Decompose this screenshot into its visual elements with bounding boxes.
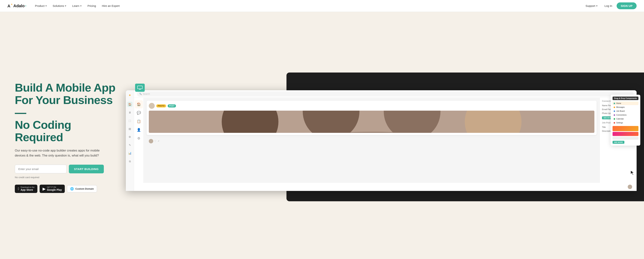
nav-item-product[interactable]: Product [32,3,50,9]
meeting-svg [149,111,594,133]
nav-link-solutions[interactable]: Solutions [50,3,69,9]
adalo-star-icon: ✦ [128,93,131,97]
nav-solutions-label: Solutions [53,4,64,8]
dnd-label-calendar: Calendar [616,118,624,120]
mockup-container: ✦ 🏠 🖥 ⬚ ▤ ⚙ ✎ 📊 ⧉ 🔍 Searc [126,84,636,191]
dnd-orange-bar [612,126,638,131]
nav-link-hire[interactable]: Hire an Expert [100,3,122,9]
dnd-item-connections[interactable]: Connections [612,113,638,117]
sidebar-edit-icon[interactable]: ✎ [127,142,132,148]
cursor-svg [630,170,635,176]
dnd-dot-jobboard [614,110,615,112]
sidebar-component-icon[interactable]: ⬚ [127,118,132,123]
svg-point-5 [222,111,278,133]
app-screen: PHOTO POST [146,101,597,135]
sidebar-screen-icon[interactable]: 🖥 [127,110,132,115]
svg-text:A: A [8,4,10,8]
google-play-sub: GET IT ON [47,186,62,188]
dnd-see-more[interactable]: SEE MORE [612,141,624,144]
app-nav-settings2[interactable]: ⚙ [135,134,143,142]
custom-domain-badge[interactable]: 🌐 Custom Domain [67,185,97,192]
cta-label: START BUILDING [74,168,99,170]
hero-title-line3: No Coding Required [15,118,71,144]
nav-right: Support Log In SIGN UP [583,2,636,9]
nav-pricing-label: Pricing [88,4,96,8]
nav-hire-label: Hire an Expert [102,4,120,8]
svg-text:✦: ✦ [11,3,12,6]
nav-item-solutions[interactable]: Solutions [50,3,69,9]
hero-title-line2: For Your Business — [15,94,113,119]
sidebar-chart-icon[interactable]: 📊 [127,150,132,156]
nav-product-label: Product [35,4,44,8]
monitor-icon [135,84,145,92]
globe-icon: 🌐 [70,187,74,190]
app-nav-messages[interactable]: 💬 [135,109,143,117]
logo-dot: · [25,3,26,8]
dnd-gray-bar [612,137,638,140]
product-chevron-icon [45,6,47,6]
app-nav-list[interactable]: 📋 [135,117,143,126]
search-bar[interactable]: 🔍 Search [137,92,634,96]
dnd-dot-home [614,103,615,104]
dnd-item-calendar[interactable]: Calendar [612,117,638,120]
app-nav-home[interactable]: 🏠 [135,100,143,108]
cursor-arrow [630,170,635,176]
dnd-item-home[interactable]: Home [612,102,638,105]
app-store-badge[interactable]:  Download on the App Store [15,185,38,193]
support-link[interactable]: Support [583,3,600,9]
google-play-badge[interactable]: ▶ GET IT ON Google Play [40,185,65,193]
heart-icon: ♡ [154,140,156,142]
sidebar-copy-icon[interactable]: ⧉ [127,159,132,164]
dnd-components [612,126,638,140]
svg-rect-3 [149,111,594,133]
nav-item-hire[interactable]: Hire an Expert [100,3,122,9]
hero-form: START BUILDING [15,165,118,173]
dnd-item-jobboard[interactable]: Job Board [612,109,638,113]
sidebar-home-icon[interactable]: 🏠 [127,102,132,107]
hero-title-line1: Build A Mobile App [15,81,115,94]
nav-left: A ✦ Adalo · Product Solutions [8,3,122,9]
dnd-label-jobboard: Job Board [616,110,625,112]
learn-chevron-icon [80,6,82,6]
nav-link-pricing[interactable]: Pricing [85,3,99,9]
svg-rect-2 [138,86,142,89]
bottom-avatar-row: ♡ ↗ [146,137,597,145]
search-placeholder: Search [143,93,150,95]
svg-point-9 [384,111,440,133]
app-store-text: Download on the App Store [20,186,34,191]
signup-button[interactable]: SIGN UP [616,2,636,9]
login-label: Log In [604,4,612,8]
dnd-label-settings: Settings [616,122,623,124]
bottom-see-more-row [134,183,636,191]
hero-subtitle: Our easy-to-use no-code app builder crea… [15,148,100,158]
svg-point-11 [465,111,521,133]
email-input[interactable] [15,165,66,173]
custom-domain-label: Custom Domain [75,188,94,190]
logo-icon: A ✦ [8,3,12,8]
hero-section: Build A Mobile App For Your Business — N… [0,12,644,259]
nav-links: Product Solutions Learn Pricing [32,3,122,9]
builder-main: 🔍 Search 🏠 💬 📋 👤 ⚙ [134,90,636,191]
dnd-panel: Drag & Drop Components Home Messages Job… [611,95,640,146]
nav-link-product[interactable]: Product [32,3,50,9]
dnd-pink-bar [612,132,638,136]
sidebar-database-icon[interactable]: ▤ [127,126,132,131]
post-tag: POST [168,104,176,108]
support-chevron-icon [596,6,598,6]
hero-visual: ✦ 🏠 🖥 ⬚ ▤ ⚙ ✎ 📊 ⧉ 🔍 Searc [126,84,636,191]
start-building-button[interactable]: START BUILDING [69,165,104,173]
builder-window: ✦ 🏠 🖥 ⬚ ▤ ⚙ ✎ 📊 ⧉ 🔍 Searc [126,90,636,191]
nav-item-learn[interactable]: Learn [70,3,84,9]
nav-link-learn[interactable]: Learn [70,3,84,9]
bottom-avatar [628,185,632,189]
signup-label: SIGN UP [621,4,632,8]
monitor-svg [137,86,142,90]
sidebar-settings-icon[interactable]: ⚙ [127,134,132,140]
app-nav-people[interactable]: 👤 [135,126,143,134]
nav-item-pricing[interactable]: Pricing [85,3,99,9]
dnd-item-settings[interactable]: Settings [612,121,638,124]
screen-canvas: PHOTO POST [144,98,600,183]
dnd-item-messages[interactable]: Messages [612,106,638,109]
logo[interactable]: A ✦ Adalo · [8,3,26,8]
login-link[interactable]: Log In [602,3,615,9]
